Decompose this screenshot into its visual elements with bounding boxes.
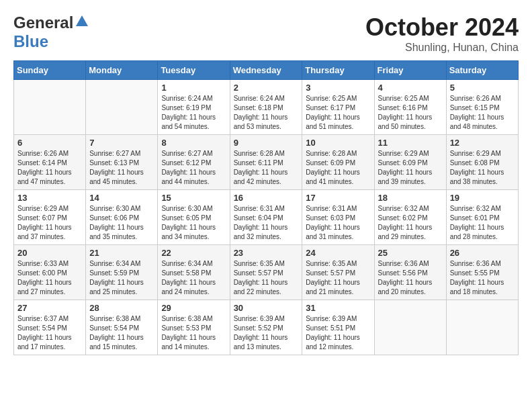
calendar-day-cell: 17Sunrise: 6:31 AM Sunset: 6:03 PM Dayli… [302, 190, 374, 245]
day-info: Sunrise: 6:28 AM Sunset: 6:09 PM Dayligh… [306, 149, 370, 187]
day-info: Sunrise: 6:31 AM Sunset: 6:03 PM Dayligh… [306, 204, 370, 242]
calendar-day-cell: 21Sunrise: 6:34 AM Sunset: 5:59 PM Dayli… [86, 245, 158, 300]
calendar-day-cell: 5Sunrise: 6:26 AM Sunset: 6:15 PM Daylig… [446, 80, 518, 135]
day-info: Sunrise: 6:36 AM Sunset: 5:56 PM Dayligh… [378, 259, 443, 297]
day-number: 20 [17, 248, 82, 258]
weekday-header: Tuesday [158, 61, 230, 80]
day-number: 6 [17, 138, 82, 148]
day-info: Sunrise: 6:31 AM Sunset: 6:04 PM Dayligh… [234, 204, 299, 242]
day-info: Sunrise: 6:26 AM Sunset: 6:14 PM Dayligh… [17, 149, 82, 187]
calendar-day-cell: 30Sunrise: 6:39 AM Sunset: 5:52 PM Dayli… [230, 300, 302, 355]
day-info: Sunrise: 6:29 AM Sunset: 6:07 PM Dayligh… [17, 204, 82, 242]
day-info: Sunrise: 6:29 AM Sunset: 6:08 PM Dayligh… [450, 149, 515, 187]
calendar-table: SundayMondayTuesdayWednesdayThursdayFrid… [13, 60, 519, 355]
day-number: 30 [234, 303, 299, 313]
calendar-day-cell: 7Sunrise: 6:27 AM Sunset: 6:13 PM Daylig… [86, 135, 158, 190]
logo-icon [75, 14, 89, 29]
day-info: Sunrise: 6:27 AM Sunset: 6:13 PM Dayligh… [89, 149, 154, 187]
calendar-day-cell: 15Sunrise: 6:30 AM Sunset: 6:05 PM Dayli… [158, 190, 230, 245]
day-number: 14 [89, 193, 154, 203]
day-info: Sunrise: 6:38 AM Sunset: 5:54 PM Dayligh… [89, 314, 154, 352]
page-header: General Blue October 2024 Shunling, Huna… [13, 13, 519, 54]
day-number: 12 [450, 138, 515, 148]
calendar-day-cell: 16Sunrise: 6:31 AM Sunset: 6:04 PM Dayli… [230, 190, 302, 245]
weekday-header: Saturday [446, 61, 518, 80]
day-number: 17 [306, 193, 370, 203]
calendar-week-row: 20Sunrise: 6:33 AM Sunset: 6:00 PM Dayli… [14, 245, 519, 300]
calendar-day-cell: 18Sunrise: 6:32 AM Sunset: 6:02 PM Dayli… [374, 190, 446, 245]
title-block: October 2024 Shunling, Hunan, China [365, 13, 519, 54]
day-info: Sunrise: 6:39 AM Sunset: 5:52 PM Dayligh… [234, 314, 299, 352]
day-info: Sunrise: 6:36 AM Sunset: 5:55 PM Dayligh… [450, 259, 515, 297]
calendar-week-row: 1Sunrise: 6:24 AM Sunset: 6:19 PM Daylig… [14, 80, 519, 135]
day-info: Sunrise: 6:30 AM Sunset: 6:05 PM Dayligh… [161, 204, 226, 242]
calendar-day-cell: 24Sunrise: 6:35 AM Sunset: 5:57 PM Dayli… [302, 245, 374, 300]
calendar-day-cell: 23Sunrise: 6:35 AM Sunset: 5:57 PM Dayli… [230, 245, 302, 300]
day-number: 16 [234, 193, 299, 203]
day-info: Sunrise: 6:34 AM Sunset: 5:59 PM Dayligh… [89, 259, 154, 297]
weekday-header: Sunday [14, 61, 86, 80]
calendar-day-cell: 29Sunrise: 6:38 AM Sunset: 5:53 PM Dayli… [158, 300, 230, 355]
weekday-header: Monday [86, 61, 158, 80]
day-number: 29 [161, 303, 226, 313]
day-info: Sunrise: 6:30 AM Sunset: 6:06 PM Dayligh… [89, 204, 154, 242]
day-number: 26 [450, 248, 515, 258]
location: Shunling, Hunan, China [365, 42, 519, 54]
calendar-day-cell: 26Sunrise: 6:36 AM Sunset: 5:55 PM Dayli… [446, 245, 518, 300]
calendar-week-row: 13Sunrise: 6:29 AM Sunset: 6:07 PM Dayli… [14, 190, 519, 245]
day-info: Sunrise: 6:24 AM Sunset: 6:18 PM Dayligh… [234, 94, 299, 132]
day-info: Sunrise: 6:28 AM Sunset: 6:11 PM Dayligh… [234, 149, 299, 187]
calendar-day-cell: 2Sunrise: 6:24 AM Sunset: 6:18 PM Daylig… [230, 80, 302, 135]
calendar-day-cell: 9Sunrise: 6:28 AM Sunset: 6:11 PM Daylig… [230, 135, 302, 190]
day-info: Sunrise: 6:34 AM Sunset: 5:58 PM Dayligh… [161, 259, 226, 297]
day-number: 23 [234, 248, 299, 258]
day-info: Sunrise: 6:24 AM Sunset: 6:19 PM Dayligh… [161, 94, 226, 132]
calendar-week-row: 6Sunrise: 6:26 AM Sunset: 6:14 PM Daylig… [14, 135, 519, 190]
calendar-day-cell: 11Sunrise: 6:29 AM Sunset: 6:09 PM Dayli… [374, 135, 446, 190]
calendar-day-cell: 31Sunrise: 6:39 AM Sunset: 5:51 PM Dayli… [302, 300, 374, 355]
calendar-day-cell: 3Sunrise: 6:25 AM Sunset: 6:17 PM Daylig… [302, 80, 374, 135]
svg-marker-0 [76, 15, 88, 26]
day-number: 22 [161, 248, 226, 258]
day-number: 13 [17, 193, 82, 203]
day-info: Sunrise: 6:26 AM Sunset: 6:15 PM Dayligh… [450, 94, 515, 132]
day-number: 19 [450, 193, 515, 203]
day-number: 25 [378, 248, 443, 258]
calendar-day-cell: 13Sunrise: 6:29 AM Sunset: 6:07 PM Dayli… [14, 190, 86, 245]
calendar-day-cell: 25Sunrise: 6:36 AM Sunset: 5:56 PM Dayli… [374, 245, 446, 300]
day-info: Sunrise: 6:25 AM Sunset: 6:17 PM Dayligh… [306, 94, 370, 132]
weekday-header: Thursday [302, 61, 374, 80]
weekday-header: Friday [374, 61, 446, 80]
month-title: October 2024 [365, 13, 519, 42]
day-number: 5 [450, 83, 515, 93]
day-info: Sunrise: 6:25 AM Sunset: 6:16 PM Dayligh… [378, 94, 443, 132]
day-info: Sunrise: 6:32 AM Sunset: 6:01 PM Dayligh… [450, 204, 515, 242]
day-number: 4 [378, 83, 443, 93]
logo-blue: Blue [13, 32, 48, 51]
calendar-day-cell: 8Sunrise: 6:27 AM Sunset: 6:12 PM Daylig… [158, 135, 230, 190]
day-number: 15 [161, 193, 226, 203]
calendar-day-cell: 4Sunrise: 6:25 AM Sunset: 6:16 PM Daylig… [374, 80, 446, 135]
calendar-day-cell: 19Sunrise: 6:32 AM Sunset: 6:01 PM Dayli… [446, 190, 518, 245]
calendar-day-cell: 6Sunrise: 6:26 AM Sunset: 6:14 PM Daylig… [14, 135, 86, 190]
calendar-day-cell [86, 80, 158, 135]
day-number: 9 [234, 138, 299, 148]
day-number: 7 [89, 138, 154, 148]
day-info: Sunrise: 6:38 AM Sunset: 5:53 PM Dayligh… [161, 314, 226, 352]
day-number: 28 [89, 303, 154, 313]
calendar-day-cell: 14Sunrise: 6:30 AM Sunset: 6:06 PM Dayli… [86, 190, 158, 245]
day-number: 8 [161, 138, 226, 148]
calendar-day-cell: 22Sunrise: 6:34 AM Sunset: 5:58 PM Dayli… [158, 245, 230, 300]
day-info: Sunrise: 6:32 AM Sunset: 6:02 PM Dayligh… [378, 204, 443, 242]
day-number: 3 [306, 83, 370, 93]
day-number: 10 [306, 138, 370, 148]
day-number: 21 [89, 248, 154, 258]
calendar-day-cell: 28Sunrise: 6:38 AM Sunset: 5:54 PM Dayli… [86, 300, 158, 355]
calendar-day-cell: 1Sunrise: 6:24 AM Sunset: 6:19 PM Daylig… [158, 80, 230, 135]
calendar-day-cell: 27Sunrise: 6:37 AM Sunset: 5:54 PM Dayli… [14, 300, 86, 355]
day-number: 31 [306, 303, 370, 313]
logo-general: General [13, 13, 73, 32]
day-info: Sunrise: 6:27 AM Sunset: 6:12 PM Dayligh… [161, 149, 226, 187]
calendar-day-cell [374, 300, 446, 355]
day-info: Sunrise: 6:37 AM Sunset: 5:54 PM Dayligh… [17, 314, 82, 352]
